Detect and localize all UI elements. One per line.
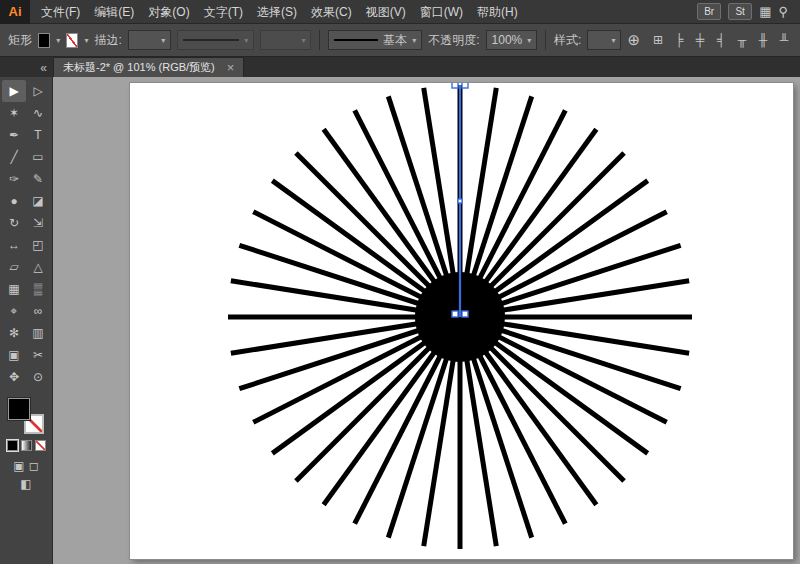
document-tab[interactable]: 未标题-2* @ 101% (RGB/预览) × (53, 57, 244, 77)
width-profile-dropdown[interactable]: ▾ (177, 30, 254, 50)
brush-definition-dropdown[interactable]: ▾ (260, 30, 311, 50)
hand-tool[interactable]: ✥ (2, 366, 26, 388)
distribute-top-button[interactable]: ╥ (734, 33, 750, 47)
fill-dropdown-icon[interactable]: ▾ (56, 36, 60, 45)
control-bar: 矩形 ▾ ▾ 描边: ▾ ▾ ▾ 基本 ▾ 不透明度: 100% ▾ 样式: (0, 24, 800, 57)
chevron-down-icon: ▾ (301, 36, 305, 45)
artboard[interactable] (130, 83, 793, 559)
document-tabbar: « 未标题-2* @ 101% (RGB/预览) × (0, 57, 800, 77)
stroke-style-dropdown[interactable]: 基本 ▾ (328, 30, 422, 50)
eyedropper-tool[interactable]: ⌖ (2, 300, 26, 322)
draw-mode-row: ▣◻◧ (6, 459, 46, 491)
pencil-tool[interactable]: ✎ (26, 168, 50, 190)
style-label: 样式: (554, 32, 581, 49)
eraser-tool[interactable]: ◪ (26, 190, 50, 212)
fill-color-swatch[interactable] (38, 33, 50, 48)
selection-tool[interactable]: ▶ (2, 80, 26, 102)
starburst-artwork[interactable] (130, 83, 793, 559)
width-profile-preview (183, 39, 239, 41)
menubar: Ai 文件(F)编辑(E)对象(O)文字(T)选择(S)效果(C)视图(V)窗口… (0, 0, 800, 24)
gradient-button[interactable] (21, 440, 32, 451)
line-tool[interactable]: ╱ (2, 146, 26, 168)
color-mode-row (7, 440, 46, 451)
width-tool[interactable]: ↔ (2, 234, 26, 256)
perspective-grid-tool[interactable]: △ (26, 256, 50, 278)
illustrator-window: Ai 文件(F)编辑(E)对象(O)文字(T)选择(S)效果(C)视图(V)窗口… (0, 0, 800, 564)
globe-icon[interactable]: ⊕ (627, 31, 640, 49)
draw-behind-button[interactable]: ◻ (29, 459, 39, 473)
distribute-middle-button[interactable]: ╫ (755, 33, 771, 47)
stroke-style-label: 基本 (383, 32, 407, 49)
distribute-bottom-button[interactable]: ╨ (776, 33, 792, 47)
magic-wand-tool[interactable]: ✶ (2, 102, 26, 124)
stock-button[interactable]: St (728, 3, 752, 20)
menu-help[interactable]: 帮助(H) (470, 0, 525, 24)
opacity-label: 不透明度: (428, 32, 479, 49)
close-icon[interactable]: × (227, 62, 235, 73)
slice-tool[interactable]: ✂ (26, 344, 50, 366)
menubar-right-icons: BrSt▦⚲ (697, 3, 800, 20)
search-icon[interactable]: ⚲ (778, 3, 788, 20)
symbol-sprayer-tool[interactable]: ✻ (2, 322, 26, 344)
rectangle-tool[interactable]: ▭ (26, 146, 50, 168)
workspace-switcher-icon[interactable]: ▦ (759, 3, 771, 20)
chevron-down-icon: ▾ (161, 36, 165, 45)
screen-mode-button[interactable]: ◧ (20, 477, 31, 491)
chevron-down-icon: ▾ (611, 36, 615, 45)
chevron-down-icon: ▾ (244, 36, 248, 45)
menu-window[interactable]: 窗口(W) (413, 0, 470, 24)
menu-view[interactable]: 视图(V) (359, 0, 413, 24)
canvas-area[interactable] (53, 77, 800, 564)
mesh-tool[interactable]: ▦ (2, 278, 26, 300)
draw-normal-button[interactable]: ▣ (13, 459, 24, 473)
blend-tool[interactable]: ∞ (26, 300, 50, 322)
pen-tool[interactable]: ✒ (2, 124, 26, 146)
controlbar-right-icons: ⊞╞╪╡╥╫╨ (650, 33, 792, 47)
stroke-dropdown-icon[interactable]: ▾ (84, 36, 88, 45)
tools-panel: ▶▷✶∿✒T╱▭✑✎●◪↻⇲↔◰▱△▦▒⌖∞✻▥▣✂✥⊙ ▣◻◧ (0, 77, 53, 564)
rotate-tool[interactable]: ↻ (2, 212, 26, 234)
lasso-tool[interactable]: ∿ (26, 102, 50, 124)
divider (545, 30, 546, 50)
bridge-button[interactable]: Br (697, 3, 721, 20)
blob-brush-tool[interactable]: ● (2, 190, 26, 212)
color-button[interactable] (7, 440, 18, 451)
opacity-value: 100% (492, 33, 523, 47)
scale-tool[interactable]: ⇲ (26, 212, 50, 234)
align-left-button[interactable]: ╞ (671, 33, 687, 47)
free-transform-tool[interactable]: ◰ (26, 234, 50, 256)
menu-file[interactable]: 文件(F) (34, 0, 87, 24)
context-label: 矩形 (8, 32, 32, 49)
chevron-down-icon: ▾ (412, 36, 416, 45)
app-logo: Ai (0, 0, 30, 24)
direct-selection-tool[interactable]: ▷ (26, 80, 50, 102)
chevron-down-icon: ▾ (527, 36, 531, 45)
gradient-tool[interactable]: ▒ (26, 278, 50, 300)
column-graph-tool[interactable]: ▥ (26, 322, 50, 344)
menubar-items: 文件(F)编辑(E)对象(O)文字(T)选择(S)效果(C)视图(V)窗口(W)… (34, 0, 525, 24)
menu-edit[interactable]: 编辑(E) (87, 0, 141, 24)
align-right-button[interactable]: ╡ (713, 33, 729, 47)
stroke-label: 描边: (94, 32, 121, 49)
tools-grid: ▶▷✶∿✒T╱▭✑✎●◪↻⇲↔◰▱△▦▒⌖∞✻▥▣✂✥⊙ (2, 80, 50, 388)
main-area: ▶▷✶∿✒T╱▭✑✎●◪↻⇲↔◰▱△▦▒⌖∞✻▥▣✂✥⊙ ▣◻◧ (0, 77, 800, 564)
artboard-tool[interactable]: ▣ (2, 344, 26, 366)
shape-builder-tool[interactable]: ▱ (2, 256, 26, 278)
none-button[interactable] (35, 440, 46, 451)
align-center-button[interactable]: ╪ (692, 33, 708, 47)
stroke-color-swatch[interactable] (66, 33, 78, 48)
collapse-tools-icon[interactable]: « (0, 61, 53, 77)
transform-button[interactable]: ⊞ (650, 33, 666, 47)
type-tool[interactable]: T (26, 124, 50, 146)
fill-stroke-widget (8, 398, 44, 434)
style-dropdown[interactable]: ▾ (587, 30, 621, 50)
menu-select[interactable]: 选择(S) (250, 0, 304, 24)
fill-indicator-swatch[interactable] (8, 398, 30, 420)
menu-type[interactable]: 文字(T) (197, 0, 250, 24)
menu-object[interactable]: 对象(O) (141, 0, 196, 24)
opacity-combo[interactable]: 100% ▾ (486, 30, 538, 50)
paintbrush-tool[interactable]: ✑ (2, 168, 26, 190)
stroke-weight-combo[interactable]: ▾ (128, 30, 171, 50)
menu-effect[interactable]: 效果(C) (304, 0, 359, 24)
zoom-tool[interactable]: ⊙ (26, 366, 50, 388)
